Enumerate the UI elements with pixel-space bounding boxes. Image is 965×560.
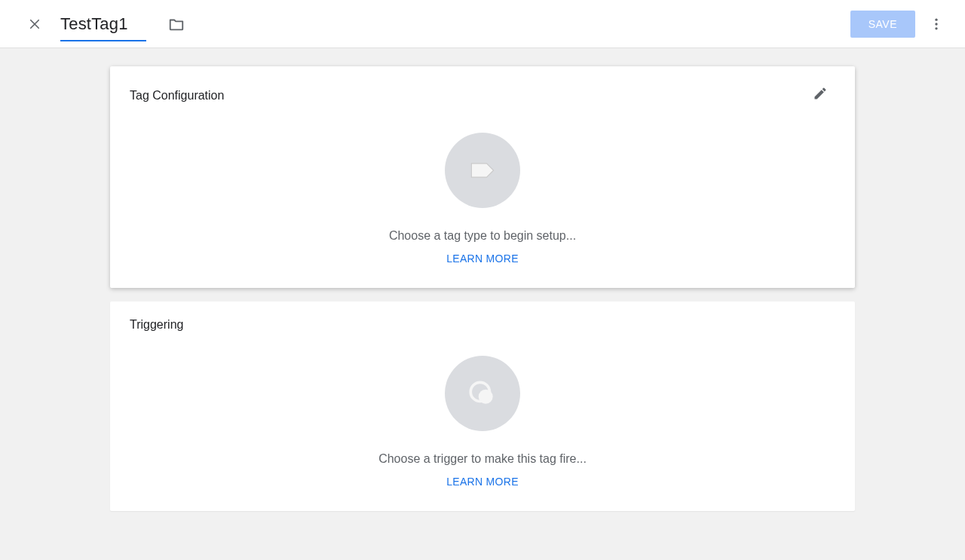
card-title: Triggering <box>130 318 183 332</box>
svg-point-2 <box>935 18 937 20</box>
triggering-learn-more-link[interactable]: LEARN MORE <box>446 476 519 488</box>
pencil-icon <box>813 86 828 101</box>
folder-button[interactable] <box>161 9 191 39</box>
edit-tag-config-button[interactable] <box>805 78 835 109</box>
save-button[interactable]: SAVE <box>850 11 915 38</box>
folder-icon <box>168 16 185 32</box>
content-area: Tag Configuration Choose a tag type to b… <box>0 48 965 543</box>
tag-name-input[interactable] <box>60 11 143 37</box>
tag-type-placeholder-icon-circle <box>445 133 520 208</box>
svg-point-4 <box>935 27 937 29</box>
card-body: Choose a tag type to begin setup... LEAR… <box>110 109 855 288</box>
svg-point-3 <box>935 23 937 25</box>
tag-icon <box>466 154 499 187</box>
svg-point-6 <box>479 390 493 404</box>
more-options-button[interactable] <box>921 9 951 39</box>
card-title: Tag Configuration <box>130 89 224 103</box>
tag-config-description: Choose a tag type to begin setup... <box>110 229 855 243</box>
top-bar: SAVE <box>0 0 965 48</box>
trigger-icon <box>467 378 498 409</box>
more-vert-icon <box>929 17 944 32</box>
card-header: Tag Configuration <box>110 66 855 109</box>
title-wrapper <box>60 11 143 37</box>
title-underline <box>60 40 146 41</box>
trigger-placeholder-icon-circle <box>445 356 520 431</box>
tag-configuration-card[interactable]: Tag Configuration Choose a tag type to b… <box>110 66 855 288</box>
close-button[interactable] <box>20 9 50 39</box>
triggering-description: Choose a trigger to make this tag fire..… <box>110 452 855 466</box>
card-body: Choose a trigger to make this tag fire..… <box>110 332 855 511</box>
card-header: Triggering <box>110 301 855 332</box>
close-icon <box>28 17 41 31</box>
tag-config-learn-more-link[interactable]: LEARN MORE <box>446 252 519 265</box>
triggering-card[interactable]: Triggering Choose a trigger to make this… <box>110 301 855 511</box>
